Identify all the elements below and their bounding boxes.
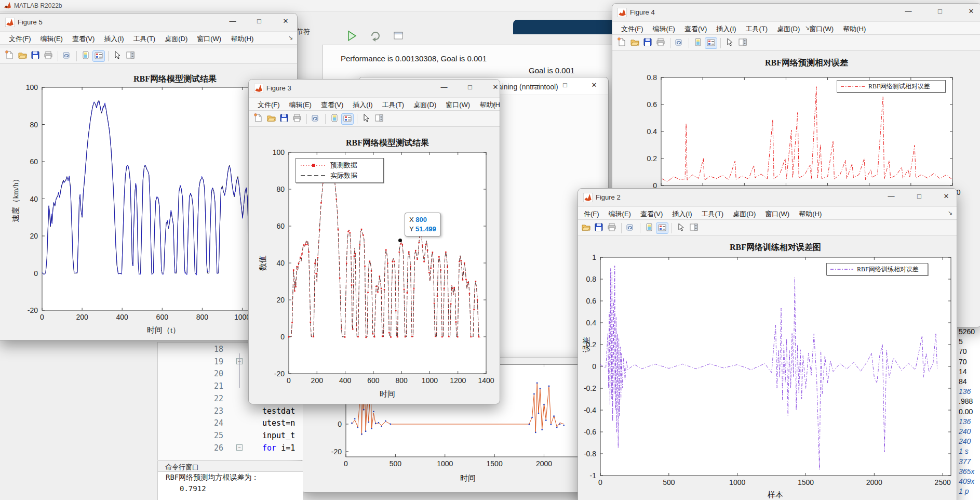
minimize-icon[interactable]: — xyxy=(525,81,546,93)
menu-item[interactable]: 查看(V) xyxy=(636,207,667,219)
maximize-icon[interactable]: □ xyxy=(249,17,270,29)
menu-item[interactable]: 查看(V) xyxy=(68,32,99,44)
datatip[interactable]: X 800 Y 51.499 xyxy=(405,213,441,236)
pointer-icon[interactable] xyxy=(675,222,687,234)
open-icon[interactable] xyxy=(628,37,641,49)
colormap-icon[interactable] xyxy=(643,222,655,234)
menu-item[interactable]: 帮助(H) xyxy=(475,98,500,110)
menu-item[interactable]: 帮助(H) xyxy=(794,207,826,219)
menu-item[interactable]: 文件(F) xyxy=(4,32,36,44)
colormap-icon[interactable] xyxy=(692,37,704,49)
menu-item[interactable]: 文件(F) xyxy=(616,22,648,34)
workspace-value[interactable]: 136 xyxy=(959,387,971,396)
close-icon[interactable]: ✕ xyxy=(961,7,980,19)
figure3-plot[interactable]: 0200400600800100012001400-20020406080100 xyxy=(289,152,486,374)
code-fold-icon[interactable]: − xyxy=(236,444,243,451)
workspace-value[interactable]: 1 p xyxy=(959,487,969,495)
figure2-plot[interactable]: 05001000150020002500-1-0.8-0.6-0.4-0.200… xyxy=(600,257,951,476)
editor-code-line[interactable]: input_t xyxy=(262,431,295,440)
legend-icon[interactable] xyxy=(705,37,717,49)
legend-icon[interactable] xyxy=(656,222,668,234)
workspace-value[interactable]: 84 xyxy=(959,377,967,386)
command-window-header-bar[interactable]: 命令行窗口 xyxy=(157,460,303,472)
workspace-value[interactable]: 14 xyxy=(959,367,967,376)
minimize-icon[interactable]: — xyxy=(881,192,902,204)
workspace-value[interactable]: 5260 xyxy=(959,327,975,336)
menu-item[interactable]: 编辑(E) xyxy=(648,22,680,34)
link-icon[interactable] xyxy=(61,50,73,62)
save-icon[interactable] xyxy=(29,50,42,62)
figure2-legend[interactable]: RBF网络训练相对误差 xyxy=(826,263,928,275)
workspace-value[interactable]: 5 xyxy=(959,337,963,346)
menu-item[interactable]: 文件(F) xyxy=(253,98,285,110)
workspace-value[interactable]: 136 xyxy=(959,417,971,426)
workspace-value[interactable]: 409x xyxy=(959,477,974,485)
dock-icon[interactable]: ↘ xyxy=(491,100,495,107)
menu-item[interactable]: 桌面(D) xyxy=(160,32,192,44)
menu-item[interactable]: 查看(V) xyxy=(316,98,348,110)
legend-icon[interactable] xyxy=(341,113,354,125)
menu-item[interactable]: 插入(I) xyxy=(99,32,128,44)
menu-item[interactable]: 窗口(W) xyxy=(760,207,794,219)
inspector-icon[interactable] xyxy=(688,222,700,234)
link-icon[interactable] xyxy=(310,113,322,125)
menu-item[interactable]: 件(F) xyxy=(579,207,604,219)
menu-item[interactable]: 工具(T) xyxy=(129,32,160,44)
workspace-value[interactable]: 70 xyxy=(959,358,967,366)
run-icon[interactable] xyxy=(345,29,358,43)
maximize-icon[interactable]: □ xyxy=(909,192,930,204)
dock-icon[interactable]: ↘ xyxy=(288,34,293,41)
inspector-icon[interactable] xyxy=(373,113,385,125)
close-icon[interactable]: ✕ xyxy=(936,192,957,204)
figure2-titlebar[interactable]: Figure 2 — □ ✕ xyxy=(578,189,957,206)
workspace-value[interactable]: 377 xyxy=(959,457,971,466)
workspace-value[interactable]: 1 s xyxy=(959,447,969,455)
figure5-titlebar[interactable]: Figure 5 — □ ✕ xyxy=(0,14,297,31)
pointer-icon[interactable] xyxy=(723,37,736,49)
new-icon[interactable] xyxy=(3,50,16,62)
new-icon[interactable] xyxy=(615,37,628,49)
menu-item[interactable]: 插入(I) xyxy=(667,207,696,219)
save-icon[interactable] xyxy=(641,37,654,49)
inspector-icon[interactable] xyxy=(124,50,137,62)
inspector-icon[interactable] xyxy=(736,37,749,49)
print-icon[interactable] xyxy=(291,113,303,125)
save-icon[interactable] xyxy=(278,113,290,125)
minimize-icon[interactable]: — xyxy=(434,83,454,95)
maximize-icon[interactable]: □ xyxy=(930,7,950,19)
desktop-layout-icon[interactable] xyxy=(393,30,404,42)
colormap-icon[interactable] xyxy=(79,50,92,62)
menu-item[interactable]: 帮助(H) xyxy=(838,22,870,34)
close-icon[interactable]: ✕ xyxy=(275,17,296,29)
menu-item[interactable]: 工具(T) xyxy=(378,98,409,110)
minimize-icon[interactable]: — xyxy=(222,17,243,29)
dock-icon[interactable]: ↘ xyxy=(805,24,810,31)
figure3-titlebar[interactable]: Figure 3 — □ ✕ xyxy=(249,80,500,97)
menu-item[interactable]: 工具(T) xyxy=(741,22,773,34)
workspace-value[interactable]: .988 xyxy=(959,397,973,405)
pointer-icon[interactable] xyxy=(360,113,372,125)
close-icon[interactable]: ✕ xyxy=(584,81,605,93)
figure4-legend[interactable]: RBF网络测试相对误差 xyxy=(837,80,946,93)
menu-item[interactable]: 窗口(W) xyxy=(192,32,226,44)
menu-item[interactable]: 窗口(W) xyxy=(441,98,475,110)
menu-item[interactable]: 桌面(D) xyxy=(728,207,760,219)
save-icon[interactable] xyxy=(593,222,605,234)
menu-item[interactable]: 查看(V) xyxy=(680,22,711,34)
menu-item[interactable]: 工具(T) xyxy=(697,207,729,219)
figure3-legend[interactable]: 预测数据 实际数据 xyxy=(296,158,384,183)
dock-icon[interactable]: ↘ xyxy=(948,209,952,216)
command-window-body[interactable]: RBF网络预测均方根误差为： 0.7912 xyxy=(157,472,303,500)
new-icon[interactable] xyxy=(252,113,264,125)
minimize-icon[interactable]: — xyxy=(898,7,919,19)
figure4-titlebar[interactable]: Figure 4 — □ ✕ xyxy=(612,4,980,21)
legend-icon[interactable] xyxy=(92,50,105,62)
menu-item[interactable]: 编辑(E) xyxy=(285,98,316,110)
colormap-icon[interactable] xyxy=(328,113,341,125)
menu-item[interactable]: 帮助(H) xyxy=(226,32,258,44)
open-icon[interactable] xyxy=(580,222,592,234)
editor-code-line[interactable]: testdat xyxy=(262,406,295,416)
menu-item[interactable]: 桌面(D) xyxy=(409,98,441,110)
run-advance-icon[interactable] xyxy=(370,30,381,42)
maximize-icon[interactable]: □ xyxy=(555,81,575,93)
